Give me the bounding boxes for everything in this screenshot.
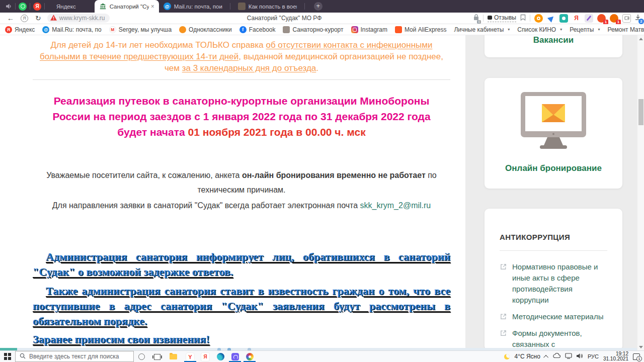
vouchers-heading: Реализация путевок в санаторно-курортные… <box>33 93 450 140</box>
page-viewport: Для детей до 14-ти лет необходима ТОЛЬКО… <box>0 35 644 350</box>
separator <box>30 3 30 10</box>
list-item[interactable]: Формы документов, связанных с <box>500 328 609 350</box>
taskbar-search[interactable] <box>15 351 134 362</box>
windows-taskbar: Y Я 4°C Ясно РУС 19:12 31.10.2021 <box>0 350 644 362</box>
volume-icon[interactable] <box>577 353 583 360</box>
tab-yandex[interactable]: Яндекс <box>52 0 80 13</box>
list-item[interactable]: Нормативно правовые и иные акты в сфере … <box>500 261 609 306</box>
anticorruption-title: АНТИКОРРУПЦИЯ <box>500 233 570 241</box>
separator <box>230 3 230 10</box>
extension-yandex-icon[interactable]: Я <box>572 14 581 23</box>
bookmark-folder-recipes[interactable]: Рецепты <box>570 26 600 33</box>
bookmark-mailru[interactable]: @Mail.Ru: почта, по <box>42 26 101 33</box>
instagram-icon <box>351 26 358 33</box>
task-view-button[interactable] <box>150 351 164 362</box>
extension-wallet-icon[interactable] <box>622 14 631 23</box>
online-booking-link[interactable]: Онлайн бронирование <box>485 163 622 173</box>
extension-pen-active-icon[interactable] <box>585 14 593 23</box>
yandex-app-button[interactable]: Я <box>199 351 212 362</box>
browser-tab-bar: Я Яндекс Санаторий "Судак" МО × @ Mail.r… <box>0 0 644 13</box>
tab-mailru[interactable]: @ Mail.ru: почта, поиск в ин <box>159 0 227 13</box>
bookmark-gmail[interactable]: MSergey, мы улучша <box>109 26 172 33</box>
anticorruption-card: АНТИКОРРУПЦИЯ Нормативно правовые и иные… <box>485 209 622 350</box>
extension-teal-icon[interactable] <box>559 14 568 23</box>
booking-offline-bold: он-лайн бронирования временно не работае… <box>242 171 426 179</box>
separator <box>44 3 45 10</box>
warning-triangle-icon <box>50 15 57 22</box>
email-link[interactable]: skk_krym_2@mil.ru <box>360 201 431 210</box>
cortana-button[interactable] <box>135 351 148 362</box>
reviews-button[interactable]: Отзывы <box>488 14 516 22</box>
extension-badge1-icon[interactable]: 1 <box>597 14 606 23</box>
cloud-icon[interactable] <box>553 353 560 360</box>
vacancies-card[interactable]: Вакансии <box>485 35 622 57</box>
url-field[interactable]: www.krym-skk.ru <box>47 14 110 23</box>
tab-close-icon[interactable]: × <box>151 3 154 10</box>
photo-icon <box>283 26 290 33</box>
yandex-search-button[interactable]: Я <box>21 15 28 22</box>
page-scrollbar[interactable] <box>637 35 644 350</box>
bookmark-odnoklassniki[interactable]: Одноклассники <box>179 26 232 33</box>
list-item[interactable]: Методические материалы <box>500 311 609 322</box>
downloads-button[interactable]: 2 <box>635 14 641 22</box>
page-title-center: Санаторий "Судак" МО РФ <box>216 15 352 22</box>
external-link-icon <box>500 329 507 350</box>
scroll-down-arrow[interactable] <box>637 343 644 350</box>
address-bar-actions: 0 Отзывы Я 1 1 <box>473 14 641 23</box>
tab-sudak-active[interactable]: Санаторий "Судак" МО × <box>95 0 159 13</box>
url-text: www.krym-skk.ru <box>59 15 105 22</box>
divider <box>500 250 607 251</box>
hidden-icons-chevron[interactable] <box>543 354 548 359</box>
bookmark-instagram[interactable]: Instagram <box>351 26 387 33</box>
bookmark-facebook[interactable]: fFacebook <box>239 26 276 33</box>
email-notice: Для направления заявки в санаторий "Суда… <box>33 201 450 210</box>
external-link-icon <box>500 313 507 322</box>
extension-orange-ring-icon[interactable] <box>534 14 543 23</box>
extension-badge2-icon[interactable]: 1 <box>610 14 618 23</box>
weather-text[interactable]: 4°C Ясно <box>514 353 540 360</box>
separator <box>15 3 16 10</box>
pinned-tab-yandex-icon[interactable]: Я <box>33 3 41 11</box>
system-tray: 4°C Ясно РУС 19:12 31.10.2021 1 <box>504 351 644 362</box>
screen: Я Яндекс Санаторий "Судак" МО × @ Mail.r… <box>0 0 644 362</box>
bookmark-folder-cabinets[interactable]: Личные кабинеты <box>454 26 510 33</box>
separator <box>304 3 305 10</box>
monitor-mail-icon <box>516 92 591 153</box>
scroll-up-arrow[interactable] <box>637 35 644 42</box>
divider <box>530 15 530 22</box>
start-button[interactable] <box>4 353 11 360</box>
extension-blue-flag-icon[interactable] <box>547 14 555 23</box>
protect-lock-icon[interactable]: 0 <box>473 14 479 22</box>
file-explorer-button[interactable] <box>167 351 180 362</box>
notification-center-icon[interactable]: 1 <box>633 353 640 360</box>
administration-announcement: Администрация санатория информирует лиц,… <box>33 249 450 347</box>
weather-moon-icon[interactable] <box>504 354 510 359</box>
clock[interactable]: 19:12 31.10.2021 <box>603 351 628 362</box>
online-booking-card[interactable]: Онлайн бронирование <box>485 78 622 189</box>
tab-military[interactable]: Как попасть в военный са <box>233 0 301 13</box>
bookmark-folder-remont[interactable]: Ремонт Матвеевка202 <box>607 26 644 33</box>
search-icon <box>20 352 26 361</box>
gmail-icon: M <box>109 26 116 33</box>
bookmark-aliexpress[interactable]: Мой AliExpress <box>395 26 447 33</box>
address-bar: ← Я ↻ www.krym-skk.ru Санаторий "Судак" … <box>0 13 644 24</box>
edge-button[interactable] <box>214 351 227 362</box>
aliexpress-icon <box>395 26 402 33</box>
search-input[interactable] <box>29 353 125 360</box>
odnoklassniki-icon <box>179 26 186 33</box>
bookmark-sanatorium[interactable]: Санаторно-курорт <box>283 26 343 33</box>
bookmark-flag-icon[interactable] <box>520 14 526 23</box>
notice-link-3days[interactable]: за 3 календарных дня до отъезда <box>182 63 316 73</box>
pinned-tab-whatsapp-icon[interactable] <box>19 3 27 11</box>
network-icon[interactable] <box>565 353 572 360</box>
tab-mute-icon[interactable] <box>6 2 12 11</box>
refresh-button[interactable]: ↻ <box>35 14 41 22</box>
back-button[interactable]: ← <box>7 14 14 22</box>
vacancies-link[interactable]: Вакансии <box>485 35 622 45</box>
bank-icon <box>99 3 107 10</box>
scrollbar-thumb[interactable] <box>638 99 643 125</box>
bookmark-yandex[interactable]: ЯЯндекс <box>5 26 35 33</box>
language-indicator[interactable]: РУС <box>588 353 599 359</box>
new-tab-button[interactable]: + <box>314 2 323 11</box>
bookmark-folder-kino[interactable]: Список КИНО <box>517 26 562 33</box>
